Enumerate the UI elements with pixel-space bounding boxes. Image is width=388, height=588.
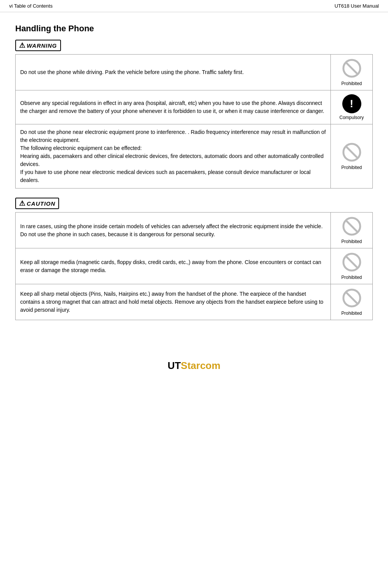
prohibited-icon-1: Prohibited: [335, 58, 368, 86]
warning-badge: ⚠ WARNING: [15, 40, 61, 51]
table-row: Keep all sharp metal objects (Pins, Nail…: [16, 284, 373, 320]
header-right: UT618 User Manual: [335, 3, 379, 9]
logo-starcom-text: Starcom: [181, 360, 220, 371]
caution-table: In rare cases, using the phone inside ce…: [15, 212, 373, 320]
prohibited-icon-c1: Prohibited: [335, 216, 368, 244]
prohibited-icon-c3: Prohibited: [335, 288, 368, 316]
caution-badge: ⚠ CAUTION: [15, 198, 59, 209]
prohibited-svg-c2: [342, 252, 362, 272]
caution-row-2-text: Keep all storage media (magnetic cards, …: [16, 248, 331, 284]
prohibited-svg-3: [342, 142, 362, 162]
warning-row-2-icon-cell: ! Compulsory: [331, 90, 373, 124]
warning-label: ⚠ WARNING: [15, 40, 373, 51]
prohibited-label-c3: Prohibited: [341, 311, 362, 316]
prohibited-icon-c2: Prohibited: [335, 252, 368, 280]
prohibited-label-c1: Prohibited: [341, 239, 362, 244]
compulsory-icon: ! Compulsory: [335, 94, 368, 120]
compulsory-circle: !: [342, 94, 361, 113]
svg-line-7: [346, 256, 358, 268]
table-row: Do not use the phone near electronic equ…: [16, 124, 373, 188]
prohibited-label-3: Prohibited: [341, 165, 362, 170]
caution-row-2-icon-cell: Prohibited: [331, 248, 373, 284]
table-row: Do not use the phone while driving. Park…: [16, 55, 373, 90]
compulsory-label: Compulsory: [339, 115, 364, 120]
footer-logo: UTStarcom: [0, 360, 388, 379]
caution-row-1-text: In rare cases, using the phone inside ce…: [16, 213, 331, 248]
warning-row-1-icon-cell: Prohibited: [331, 55, 373, 90]
warning-row-3-text: Do not use the phone near electronic equ…: [16, 124, 331, 188]
warning-row-1-text: Do not use the phone while driving. Park…: [16, 55, 331, 90]
prohibited-svg-1: [342, 58, 362, 78]
caution-row-1-icon-cell: Prohibited: [331, 213, 373, 248]
page-content: Handling the Phone ⚠ WARNING Do not use …: [0, 12, 388, 345]
section-title: Handling the Phone: [15, 24, 373, 34]
warning-row-2-text: Observe any special regulations in effec…: [16, 90, 331, 124]
prohibited-icon-3: Prohibited: [335, 142, 368, 170]
table-row: In rare cases, using the phone inside ce…: [16, 213, 373, 248]
svg-line-3: [346, 146, 358, 158]
prohibited-label-c2: Prohibited: [341, 275, 362, 280]
warning-text: WARNING: [27, 42, 57, 49]
warning-triangle-icon: ⚠: [19, 41, 25, 50]
page-header: vi Table of Contents UT618 User Manual: [0, 0, 388, 12]
table-row: Observe any special regulations in effec…: [16, 90, 373, 124]
warning-row-3-icon-cell: Prohibited: [331, 124, 373, 188]
svg-line-5: [346, 220, 358, 232]
caution-triangle-icon: ⚠: [19, 199, 25, 208]
warning-table: Do not use the phone while driving. Park…: [15, 54, 373, 188]
table-row: Keep all storage media (magnetic cards, …: [16, 248, 373, 284]
svg-line-1: [346, 62, 358, 74]
prohibited-label-1: Prohibited: [341, 81, 362, 86]
header-left: vi Table of Contents: [9, 3, 53, 9]
prohibited-svg-c3: [342, 288, 362, 308]
caution-label: ⚠ CAUTION: [15, 198, 373, 209]
prohibited-svg-c1: [342, 216, 362, 236]
svg-line-9: [346, 292, 358, 304]
caution-row-3-icon-cell: Prohibited: [331, 284, 373, 320]
caution-text: CAUTION: [27, 200, 55, 207]
logo-ut-text: UT: [168, 360, 181, 371]
caution-row-3-text: Keep all sharp metal objects (Pins, Nail…: [16, 284, 331, 320]
